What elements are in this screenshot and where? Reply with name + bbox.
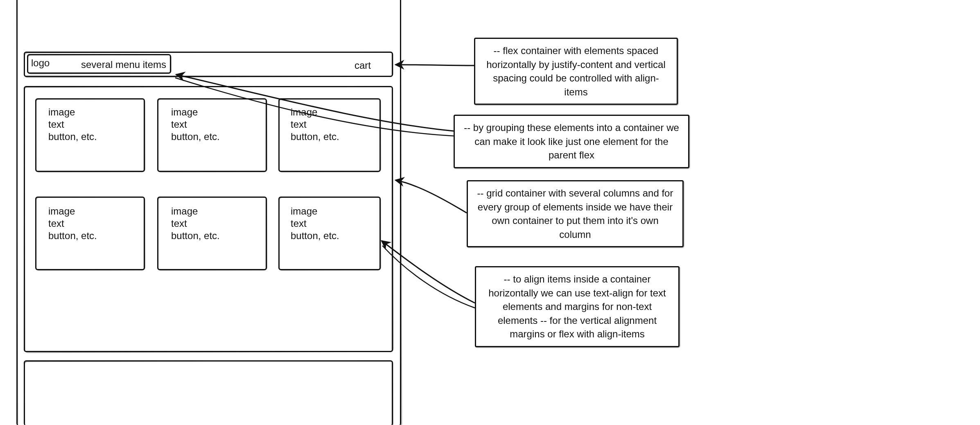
card-line: image xyxy=(171,106,198,119)
annotation-flex-header: -- flex container with elements spaced h… xyxy=(474,38,678,105)
annotation-grid: -- grid container with several columns a… xyxy=(467,180,684,247)
card-line: button, etc. xyxy=(48,130,97,143)
card-line: text xyxy=(48,118,64,131)
annotation-align: -- to align items inside a container hor… xyxy=(475,266,680,347)
card-line: text xyxy=(291,118,307,131)
card-line: button, etc. xyxy=(171,130,220,143)
card-line: button, etc. xyxy=(291,130,339,143)
card-line: text xyxy=(171,118,187,131)
card-line: image xyxy=(291,106,317,119)
card-line: image xyxy=(291,205,317,218)
menu-items-label: several menu items xyxy=(81,58,166,71)
card-line: button, etc. xyxy=(291,229,339,242)
card-line: text xyxy=(171,217,187,230)
annotation-grouping: -- by grouping these elements into a con… xyxy=(454,115,689,168)
card-line: text xyxy=(291,217,307,230)
card-line: button, etc. xyxy=(48,229,97,242)
card-line: image xyxy=(48,205,75,218)
card-line: image xyxy=(171,205,198,218)
cart-label: cart xyxy=(355,59,371,72)
page-footer xyxy=(24,360,393,425)
wireframe-canvas: logo several menu items cart image text … xyxy=(0,0,980,425)
card-line: image xyxy=(48,106,75,119)
logo-label: logo xyxy=(31,57,50,70)
card-line: text xyxy=(48,217,64,230)
card-line: button, etc. xyxy=(171,229,220,242)
